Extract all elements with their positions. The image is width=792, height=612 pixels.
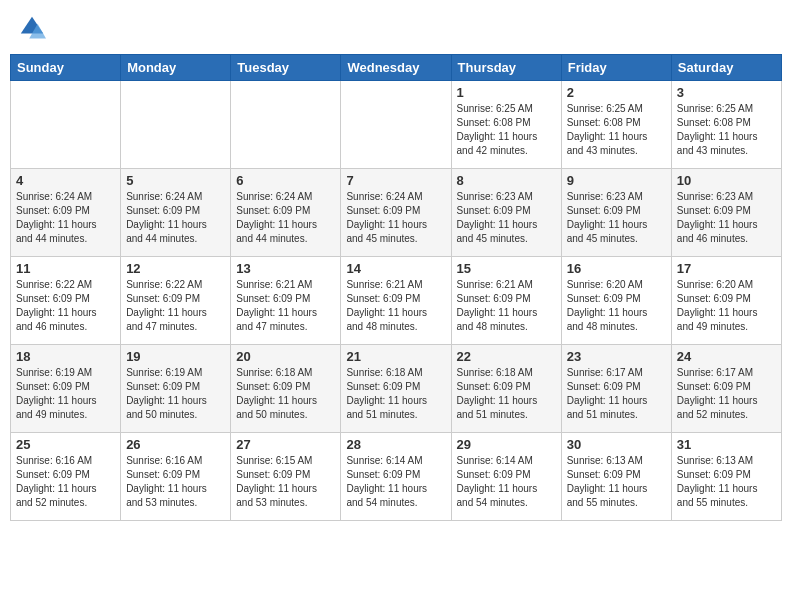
week-row-0: 1Sunrise: 6:25 AM Sunset: 6:08 PM Daylig… [11,81,782,169]
day-number: 15 [457,261,556,276]
day-info: Sunrise: 6:24 AM Sunset: 6:09 PM Dayligh… [16,190,115,246]
day-info: Sunrise: 6:19 AM Sunset: 6:09 PM Dayligh… [16,366,115,422]
logo [18,14,48,42]
day-cell: 3Sunrise: 6:25 AM Sunset: 6:08 PM Daylig… [671,81,781,169]
day-info: Sunrise: 6:25 AM Sunset: 6:08 PM Dayligh… [457,102,556,158]
day-header-monday: Monday [121,55,231,81]
day-number: 31 [677,437,776,452]
day-number: 4 [16,173,115,188]
day-cell: 19Sunrise: 6:19 AM Sunset: 6:09 PM Dayli… [121,345,231,433]
day-cell: 25Sunrise: 6:16 AM Sunset: 6:09 PM Dayli… [11,433,121,521]
day-cell [11,81,121,169]
day-number: 5 [126,173,225,188]
day-cell: 10Sunrise: 6:23 AM Sunset: 6:09 PM Dayli… [671,169,781,257]
day-cell: 21Sunrise: 6:18 AM Sunset: 6:09 PM Dayli… [341,345,451,433]
day-number: 8 [457,173,556,188]
day-info: Sunrise: 6:15 AM Sunset: 6:09 PM Dayligh… [236,454,335,510]
week-row-3: 18Sunrise: 6:19 AM Sunset: 6:09 PM Dayli… [11,345,782,433]
day-cell: 16Sunrise: 6:20 AM Sunset: 6:09 PM Dayli… [561,257,671,345]
calendar-header: SundayMondayTuesdayWednesdayThursdayFrid… [11,55,782,81]
day-info: Sunrise: 6:20 AM Sunset: 6:09 PM Dayligh… [677,278,776,334]
day-info: Sunrise: 6:25 AM Sunset: 6:08 PM Dayligh… [677,102,776,158]
day-info: Sunrise: 6:16 AM Sunset: 6:09 PM Dayligh… [126,454,225,510]
day-header-tuesday: Tuesday [231,55,341,81]
day-cell: 18Sunrise: 6:19 AM Sunset: 6:09 PM Dayli… [11,345,121,433]
day-info: Sunrise: 6:16 AM Sunset: 6:09 PM Dayligh… [16,454,115,510]
day-number: 29 [457,437,556,452]
day-number: 26 [126,437,225,452]
day-cell: 24Sunrise: 6:17 AM Sunset: 6:09 PM Dayli… [671,345,781,433]
day-cell: 11Sunrise: 6:22 AM Sunset: 6:09 PM Dayli… [11,257,121,345]
day-number: 24 [677,349,776,364]
day-cell: 23Sunrise: 6:17 AM Sunset: 6:09 PM Dayli… [561,345,671,433]
day-cell [121,81,231,169]
day-cell: 28Sunrise: 6:14 AM Sunset: 6:09 PM Dayli… [341,433,451,521]
week-row-4: 25Sunrise: 6:16 AM Sunset: 6:09 PM Dayli… [11,433,782,521]
day-cell: 31Sunrise: 6:13 AM Sunset: 6:09 PM Dayli… [671,433,781,521]
day-info: Sunrise: 6:24 AM Sunset: 6:09 PM Dayligh… [236,190,335,246]
calendar-table: SundayMondayTuesdayWednesdayThursdayFrid… [10,54,782,521]
day-cell: 20Sunrise: 6:18 AM Sunset: 6:09 PM Dayli… [231,345,341,433]
day-cell [231,81,341,169]
day-info: Sunrise: 6:24 AM Sunset: 6:09 PM Dayligh… [346,190,445,246]
day-number: 25 [16,437,115,452]
day-number: 23 [567,349,666,364]
day-cell: 17Sunrise: 6:20 AM Sunset: 6:09 PM Dayli… [671,257,781,345]
day-info: Sunrise: 6:23 AM Sunset: 6:09 PM Dayligh… [567,190,666,246]
day-info: Sunrise: 6:17 AM Sunset: 6:09 PM Dayligh… [677,366,776,422]
day-number: 27 [236,437,335,452]
day-header-thursday: Thursday [451,55,561,81]
day-number: 19 [126,349,225,364]
day-number: 2 [567,85,666,100]
day-number: 13 [236,261,335,276]
day-cell: 4Sunrise: 6:24 AM Sunset: 6:09 PM Daylig… [11,169,121,257]
day-header-friday: Friday [561,55,671,81]
day-cell: 27Sunrise: 6:15 AM Sunset: 6:09 PM Dayli… [231,433,341,521]
day-info: Sunrise: 6:21 AM Sunset: 6:09 PM Dayligh… [236,278,335,334]
day-number: 21 [346,349,445,364]
day-info: Sunrise: 6:13 AM Sunset: 6:09 PM Dayligh… [677,454,776,510]
week-row-2: 11Sunrise: 6:22 AM Sunset: 6:09 PM Dayli… [11,257,782,345]
day-number: 1 [457,85,556,100]
page-header [10,10,782,46]
day-info: Sunrise: 6:18 AM Sunset: 6:09 PM Dayligh… [346,366,445,422]
day-info: Sunrise: 6:24 AM Sunset: 6:09 PM Dayligh… [126,190,225,246]
day-info: Sunrise: 6:23 AM Sunset: 6:09 PM Dayligh… [457,190,556,246]
day-number: 16 [567,261,666,276]
day-info: Sunrise: 6:21 AM Sunset: 6:09 PM Dayligh… [346,278,445,334]
day-number: 3 [677,85,776,100]
day-cell: 6Sunrise: 6:24 AM Sunset: 6:09 PM Daylig… [231,169,341,257]
day-info: Sunrise: 6:18 AM Sunset: 6:09 PM Dayligh… [457,366,556,422]
day-info: Sunrise: 6:23 AM Sunset: 6:09 PM Dayligh… [677,190,776,246]
header-row: SundayMondayTuesdayWednesdayThursdayFrid… [11,55,782,81]
day-cell: 15Sunrise: 6:21 AM Sunset: 6:09 PM Dayli… [451,257,561,345]
day-info: Sunrise: 6:19 AM Sunset: 6:09 PM Dayligh… [126,366,225,422]
day-info: Sunrise: 6:25 AM Sunset: 6:08 PM Dayligh… [567,102,666,158]
day-number: 18 [16,349,115,364]
day-info: Sunrise: 6:21 AM Sunset: 6:09 PM Dayligh… [457,278,556,334]
day-number: 17 [677,261,776,276]
day-info: Sunrise: 6:18 AM Sunset: 6:09 PM Dayligh… [236,366,335,422]
day-cell: 1Sunrise: 6:25 AM Sunset: 6:08 PM Daylig… [451,81,561,169]
day-info: Sunrise: 6:17 AM Sunset: 6:09 PM Dayligh… [567,366,666,422]
day-cell: 12Sunrise: 6:22 AM Sunset: 6:09 PM Dayli… [121,257,231,345]
day-cell: 2Sunrise: 6:25 AM Sunset: 6:08 PM Daylig… [561,81,671,169]
day-header-saturday: Saturday [671,55,781,81]
day-info: Sunrise: 6:14 AM Sunset: 6:09 PM Dayligh… [457,454,556,510]
day-cell: 13Sunrise: 6:21 AM Sunset: 6:09 PM Dayli… [231,257,341,345]
logo-icon [18,14,46,42]
day-cell: 26Sunrise: 6:16 AM Sunset: 6:09 PM Dayli… [121,433,231,521]
day-number: 28 [346,437,445,452]
day-cell [341,81,451,169]
day-number: 9 [567,173,666,188]
day-info: Sunrise: 6:14 AM Sunset: 6:09 PM Dayligh… [346,454,445,510]
day-cell: 7Sunrise: 6:24 AM Sunset: 6:09 PM Daylig… [341,169,451,257]
day-cell: 22Sunrise: 6:18 AM Sunset: 6:09 PM Dayli… [451,345,561,433]
day-info: Sunrise: 6:20 AM Sunset: 6:09 PM Dayligh… [567,278,666,334]
day-number: 20 [236,349,335,364]
day-header-wednesday: Wednesday [341,55,451,81]
day-number: 30 [567,437,666,452]
day-cell: 9Sunrise: 6:23 AM Sunset: 6:09 PM Daylig… [561,169,671,257]
day-cell: 29Sunrise: 6:14 AM Sunset: 6:09 PM Dayli… [451,433,561,521]
day-cell: 30Sunrise: 6:13 AM Sunset: 6:09 PM Dayli… [561,433,671,521]
